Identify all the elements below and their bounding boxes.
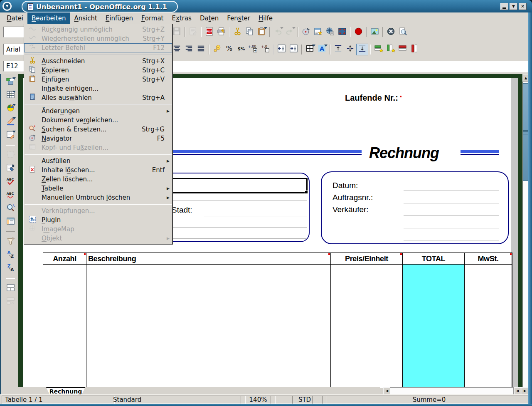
draw-functions-button[interactable] bbox=[5, 116, 16, 127]
cut-button[interactable] bbox=[232, 26, 244, 38]
menubar-einfuegen[interactable]: Einfügen bbox=[101, 12, 137, 24]
align-top-button[interactable] bbox=[332, 44, 344, 55]
menubar-ansicht[interactable]: Ansicht bbox=[70, 12, 101, 24]
delete-row-button[interactable] bbox=[397, 44, 409, 55]
menu-item-tabelle[interactable]: Tabelle▶ bbox=[24, 184, 172, 193]
column-header-mwst: MwSt. bbox=[465, 253, 512, 265]
navigator-button[interactable] bbox=[300, 26, 312, 38]
standard-format-button[interactable]: $% bbox=[235, 44, 247, 55]
verkaeufer-label: Verkäufer: bbox=[332, 205, 369, 214]
menu-item-alles-auswaehlen[interactable]: Alles auswählenStrg+A bbox=[24, 93, 172, 102]
fill-line bbox=[404, 228, 499, 228]
spellcheck-button[interactable]: ABC bbox=[5, 176, 16, 187]
menubar-hilfe[interactable]: Hilfe bbox=[254, 12, 277, 24]
menu-item-ausschneiden[interactable]: AusschneidenStrg+X bbox=[24, 57, 172, 66]
align-center-button[interactable] bbox=[171, 44, 183, 55]
menu-item-inhalte-einfuegen[interactable]: Inhalte einfügen... bbox=[24, 84, 172, 93]
menu-item-ausfuellen[interactable]: Ausfüllen▶ bbox=[24, 156, 172, 166]
menu-item-plugin[interactable]: PlugIn bbox=[24, 215, 172, 225]
decrease-indent-button[interactable] bbox=[276, 44, 288, 55]
insert-row-button[interactable] bbox=[372, 44, 384, 55]
copy-button[interactable] bbox=[244, 26, 256, 38]
menu-item-suchen-ersetzen[interactable]: Suchen & Ersetzen...Strg+G bbox=[24, 125, 172, 134]
insert-cells-button[interactable] bbox=[5, 90, 16, 101]
triangle-left-icon: ◀ bbox=[516, 389, 519, 393]
align-bottom-button[interactable] bbox=[356, 44, 368, 55]
background-color-button[interactable]: A bbox=[316, 44, 328, 55]
align-right-button[interactable] bbox=[183, 44, 195, 55]
menu-item-einfuegen[interactable]: EinfügenStrg+V bbox=[24, 75, 172, 84]
menu-item-label: Letzter Befehl bbox=[42, 44, 85, 52]
form-controls-button bbox=[5, 150, 16, 161]
status-sheet-info[interactable]: Tabelle 1 / 1 bbox=[2, 396, 115, 404]
delete-column-button[interactable] bbox=[409, 44, 421, 55]
remove-decimal-button[interactable]: +,0- bbox=[259, 44, 271, 55]
scroll-right-button[interactable]: ▶ bbox=[522, 387, 528, 395]
menu-item-aenderungen[interactable]: Änderungen▶ bbox=[24, 106, 172, 116]
sort-ascending-button[interactable]: AZ bbox=[5, 250, 16, 260]
percent-format-button[interactable]: % bbox=[223, 44, 235, 55]
horizontal-scrollbar[interactable] bbox=[390, 387, 514, 395]
insert-image-button[interactable] bbox=[369, 26, 381, 38]
insert-button[interactable] bbox=[5, 77, 16, 87]
paste-button[interactable] bbox=[256, 26, 268, 38]
undo-button bbox=[272, 26, 284, 38]
cell-cursor-handle[interactable] bbox=[305, 191, 308, 194]
imagemap-icon bbox=[28, 224, 37, 234]
form-button[interactable] bbox=[5, 130, 16, 141]
record-button[interactable] bbox=[352, 26, 365, 38]
menu-item-navigator[interactable]: NavigatorF5 bbox=[24, 134, 172, 143]
autofilter-button[interactable] bbox=[5, 236, 16, 247]
close-button[interactable]: ✕ bbox=[519, 3, 527, 10]
sort-descending-button[interactable]: ZA bbox=[5, 263, 16, 274]
datum-label: Datum: bbox=[332, 181, 358, 190]
toolbar-separator bbox=[209, 45, 209, 54]
borders-button[interactable] bbox=[304, 44, 316, 55]
print-button[interactable] bbox=[215, 26, 227, 38]
menu-item-kopieren[interactable]: KopierenStrg+C bbox=[24, 66, 172, 75]
toolbar-separator bbox=[366, 27, 367, 37]
tab-scrollbar-splitter[interactable] bbox=[380, 387, 383, 395]
menubar-extras[interactable]: Extras bbox=[167, 12, 195, 24]
menu-item-zellen-loeschen[interactable]: Zellen löschen... bbox=[24, 175, 172, 184]
menubar-datei[interactable]: Datei bbox=[2, 12, 27, 24]
fill-format-button[interactable] bbox=[5, 163, 16, 174]
redo-button bbox=[284, 26, 296, 38]
auto-spellcheck-button[interactable]: ABC bbox=[5, 190, 16, 201]
zoom-page-button[interactable] bbox=[397, 26, 409, 38]
insert-column-button[interactable] bbox=[384, 44, 397, 55]
menu-item-dokument-vergleichen[interactable]: Dokument vergleichen... bbox=[24, 116, 172, 125]
form-controls-icon bbox=[6, 150, 15, 161]
add-decimal-button[interactable]: +,00+ bbox=[247, 44, 259, 55]
currency-format-button[interactable] bbox=[211, 44, 223, 55]
menu-item-inhalte-loeschen[interactable]: Inhalte löschen...Entf bbox=[24, 166, 172, 175]
menubar-daten[interactable]: Daten bbox=[196, 12, 223, 24]
increase-indent-button[interactable] bbox=[288, 44, 300, 55]
align-justify-button[interactable] bbox=[195, 44, 207, 55]
menubar-format[interactable]: Format bbox=[137, 12, 167, 24]
sort-descending-icon: ZA bbox=[6, 263, 15, 274]
note-marker bbox=[400, 253, 402, 255]
find-replace-button[interactable] bbox=[5, 203, 16, 214]
vertical-scrollbar-thumb[interactable] bbox=[523, 83, 529, 181]
stop-button[interactable] bbox=[385, 26, 397, 38]
window-menu-button[interactable]: ▼ bbox=[2, 2, 12, 11]
data-sources-button[interactable] bbox=[5, 216, 16, 227]
stylist-button[interactable] bbox=[312, 26, 324, 38]
align-vcenter-button[interactable] bbox=[344, 44, 356, 55]
group-button[interactable] bbox=[5, 283, 16, 294]
shade-button[interactable]: ▼ bbox=[510, 3, 517, 10]
minimize-button[interactable] bbox=[500, 3, 508, 10]
status-sum[interactable]: Summe=0 bbox=[322, 396, 532, 404]
menubar-bearbeiten[interactable]: Bearbeiten bbox=[27, 12, 70, 24]
menubar-fenster[interactable]: Fenster bbox=[223, 12, 254, 24]
font-name-value: Arial bbox=[6, 46, 20, 53]
gallery-button[interactable] bbox=[336, 26, 348, 38]
title-bar[interactable]: ▼ Unbenannt1 - OpenOffice.org 1.1.1 ▼ ✕ bbox=[0, 0, 532, 12]
hyperlink-button[interactable] bbox=[324, 26, 336, 38]
status-page-style[interactable]: Standard bbox=[110, 396, 246, 404]
insert-object-button[interactable] bbox=[5, 103, 16, 114]
export-pdf-button[interactable]: PDF bbox=[203, 26, 215, 38]
menu-item-manuellen-umbruch-loeschen[interactable]: Manuellen Umbruch löschen▶ bbox=[24, 193, 172, 202]
menu-item-letzter-befehl: Letzter BefehlF12 bbox=[24, 43, 172, 52]
